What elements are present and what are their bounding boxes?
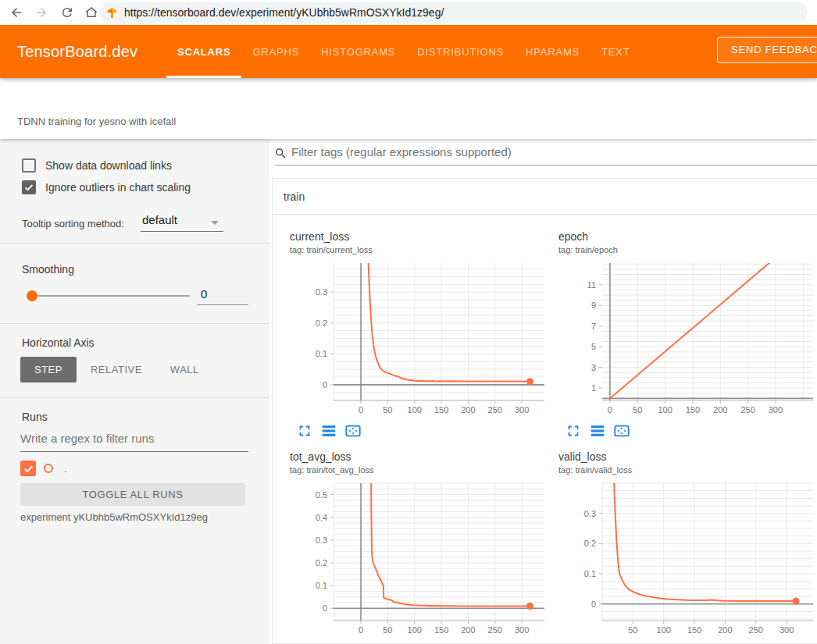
- chart-card-epoch: epochtag: train/epoch0501001502002503001…: [551, 230, 817, 439]
- smoothing-value[interactable]: 0: [201, 287, 207, 301]
- svg-text:0: 0: [359, 405, 363, 415]
- ignore-outliers-label: Ignore outliers in chart scaling: [45, 181, 191, 194]
- runs-filter-underline: [20, 451, 248, 452]
- fit-domain-icon[interactable]: [344, 422, 362, 439]
- chart-tag: tag: train/current_loss: [290, 245, 373, 254]
- svg-text:0.2: 0.2: [316, 558, 327, 568]
- svg-text:0.4: 0.4: [316, 513, 327, 522]
- ignore-outliers-row[interactable]: Ignore outliers in chart scaling: [22, 180, 191, 194]
- experiment-description-bar: TDNN training for yesno with icefall: [0, 78, 817, 139]
- svg-text:7: 7: [591, 322, 596, 331]
- sidebar-divider: [0, 243, 269, 244]
- url-bar[interactable]: https://tensorboard.dev/experiment/yKUbh…: [100, 2, 808, 23]
- axis-option-step[interactable]: STEP: [20, 357, 77, 382]
- horizontal-axis-label: Horizontal Axis: [22, 336, 95, 349]
- chart-plot-area[interactable]: 05010015020025030000.10.20.3: [282, 258, 549, 422]
- filter-tags-input[interactable]: [291, 145, 791, 158]
- axis-option-relative[interactable]: RELATIVE: [77, 357, 156, 382]
- svg-text:0: 0: [591, 600, 596, 609]
- tab-distributions[interactable]: DISTRIBUTIONS: [406, 25, 515, 78]
- svg-text:150: 150: [686, 405, 700, 415]
- sidebar-divider: [0, 397, 269, 398]
- app-title: TensorBoard.dev: [17, 25, 137, 78]
- svg-text:150: 150: [434, 625, 448, 635]
- svg-text:0: 0: [359, 625, 363, 635]
- experiment-description: TDNN training for yesno with icefall: [17, 116, 176, 127]
- ignore-outliers-checkbox[interactable]: [22, 180, 36, 194]
- expand-chart-icon[interactable]: [296, 422, 313, 439]
- tooltip-sorting-underline: [141, 231, 223, 232]
- url-text: https://tensorboard.dev/experiment/yKUbh…: [124, 6, 444, 19]
- svg-text:1: 1: [591, 383, 596, 393]
- chart-plot-area[interactable]: 5010015020025030000.10.20.3: [551, 479, 817, 642]
- chart-card-tot_avg_loss: tot_avg_losstag: train/tot_avg_loss05010…: [282, 450, 549, 644]
- smoothing-label: Smoothing: [22, 263, 74, 276]
- tab-scalars[interactable]: SCALARS: [166, 25, 241, 78]
- svg-text:150: 150: [434, 405, 448, 415]
- svg-text:200: 200: [713, 405, 727, 415]
- chart-tag: tag: train/tot_avg_loss: [290, 465, 374, 475]
- svg-text:0.5: 0.5: [316, 490, 327, 500]
- main-content: train current_losstag: train/current_los…: [269, 139, 817, 644]
- chart-card-current_loss: current_losstag: train/current_loss05010…: [282, 230, 549, 439]
- svg-text:200: 200: [461, 625, 475, 635]
- svg-text:0.1: 0.1: [316, 581, 327, 590]
- svg-text:0: 0: [323, 380, 327, 390]
- tab-hparams[interactable]: HPARAMS: [515, 25, 590, 78]
- svg-text:11: 11: [587, 280, 596, 290]
- back-icon[interactable]: [9, 5, 23, 20]
- home-icon[interactable]: [84, 5, 98, 20]
- chart-title: current_loss: [290, 230, 349, 243]
- tag-group-header[interactable]: train: [273, 179, 817, 215]
- run-checkbox[interactable]: [20, 461, 36, 476]
- svg-text:100: 100: [408, 405, 422, 415]
- filter-tags-underline: [275, 165, 817, 165]
- reload-icon[interactable]: [60, 5, 74, 20]
- svg-text:150: 150: [687, 625, 701, 635]
- run-row[interactable]: .: [20, 461, 67, 476]
- svg-text:0.1: 0.1: [316, 349, 327, 358]
- chart-actions: [565, 422, 630, 439]
- toggle-all-runs-button[interactable]: TOGGLE ALL RUNS: [20, 483, 245, 506]
- log-scale-icon[interactable]: [320, 422, 337, 439]
- svg-text:9: 9: [591, 301, 596, 310]
- show-download-links-checkbox[interactable]: [22, 158, 36, 173]
- svg-text:50: 50: [383, 625, 392, 635]
- show-download-links-row[interactable]: Show data download links: [22, 158, 172, 173]
- svg-text:300: 300: [515, 625, 529, 635]
- svg-text:100: 100: [657, 625, 671, 635]
- chart-plot-area[interactable]: 0501001502002503001357911: [551, 258, 817, 422]
- log-scale-icon[interactable]: [589, 422, 606, 439]
- smoothing-value-underline: [197, 304, 248, 305]
- svg-text:3: 3: [591, 363, 596, 372]
- tooltip-sorting-select[interactable]: default: [142, 213, 177, 226]
- chart-tag: tag: train/epoch: [558, 245, 618, 254]
- expand-chart-icon[interactable]: [565, 422, 582, 439]
- chevron-down-icon[interactable]: [211, 221, 219, 225]
- smoothing-slider-track[interactable]: [32, 295, 190, 297]
- runs-filter-input[interactable]: [20, 432, 248, 445]
- svg-text:50: 50: [633, 405, 642, 415]
- nav-tabs: SCALARSGRAPHSHISTOGRAMSDISTRIBUTIONSHPAR…: [166, 25, 640, 78]
- svg-text:250: 250: [740, 405, 755, 415]
- svg-text:0.3: 0.3: [584, 509, 596, 518]
- svg-text:250: 250: [488, 405, 502, 415]
- svg-text:0.1: 0.1: [584, 569, 596, 578]
- send-feedback-button[interactable]: SEND FEEDBACK: [717, 37, 817, 63]
- svg-text:50: 50: [383, 405, 392, 415]
- show-download-links-label: Show data download links: [45, 159, 172, 172]
- run-color-swatch: [44, 464, 53, 473]
- svg-text:300: 300: [769, 405, 783, 415]
- tab-text[interactable]: TEXT: [590, 25, 640, 78]
- fit-domain-icon[interactable]: [613, 422, 630, 439]
- svg-text:0.2: 0.2: [584, 539, 596, 548]
- axis-option-wall[interactable]: WALL: [156, 357, 213, 382]
- tab-graphs[interactable]: GRAPHS: [241, 25, 310, 78]
- svg-text:0.2: 0.2: [316, 318, 327, 328]
- svg-text:0.3: 0.3: [316, 535, 327, 545]
- smoothing-slider-thumb[interactable]: [27, 290, 37, 301]
- chart-plot-area[interactable]: 05010015020025030000.10.20.30.40.5: [282, 479, 549, 642]
- tab-histograms[interactable]: HISTOGRAMS: [310, 25, 406, 78]
- tag-group-card: train current_losstag: train/current_los…: [272, 178, 817, 644]
- tooltip-sorting-label: Tooltip sorting method:: [22, 218, 124, 229]
